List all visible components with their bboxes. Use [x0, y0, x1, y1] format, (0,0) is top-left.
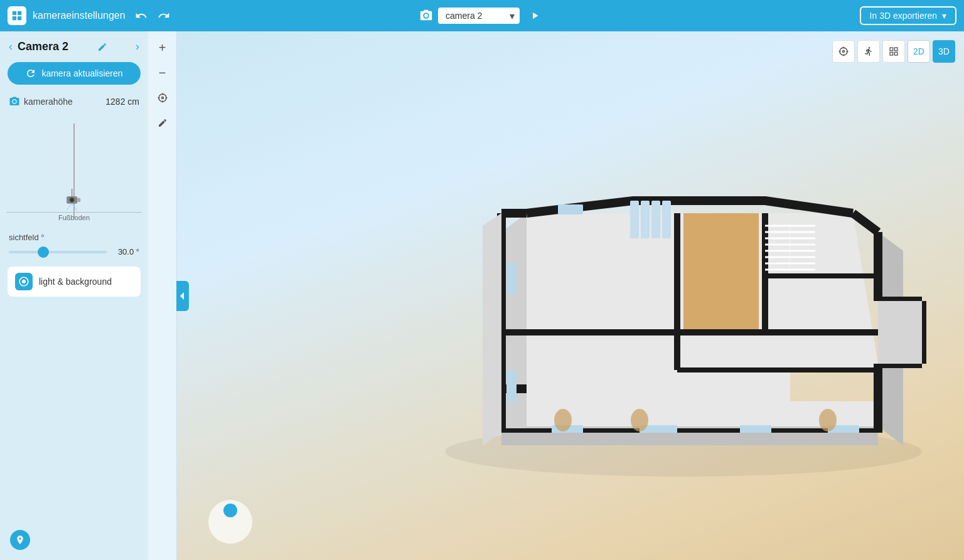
light-background-label: light & background	[39, 277, 112, 287]
view-3d-button[interactable]: 3D	[933, 40, 955, 63]
target-button[interactable]	[151, 87, 174, 109]
camera-height-value: 1282 cm	[105, 97, 139, 107]
camera-height-label-group: kamerahöhe	[9, 96, 73, 107]
light-background-button[interactable]: light & background	[8, 267, 141, 297]
sichtfeld-slider[interactable]	[9, 251, 107, 253]
svg-line-34	[853, 213, 878, 232]
svg-point-13	[161, 97, 163, 99]
forward-button[interactable]: ›	[136, 40, 139, 53]
app-title: kameraeinstellungen	[33, 10, 126, 21]
main-3d-view: 2D 3D	[177, 31, 964, 560]
svg-line-7	[67, 204, 72, 210]
svg-rect-24	[890, 48, 893, 51]
floor-line	[6, 212, 142, 213]
svg-rect-58	[651, 201, 660, 238]
svg-line-8	[72, 204, 78, 210]
svg-point-6	[70, 198, 73, 201]
svg-rect-26	[890, 52, 893, 55]
view-2d-button[interactable]: 2D	[908, 40, 930, 63]
view-controls: 2D 3D	[832, 40, 955, 63]
undo-redo-group	[132, 6, 173, 25]
topbar-center: camera 1 camera 2 camera 3 ▾	[419, 6, 545, 26]
zoom-out-button[interactable]: −	[151, 61, 174, 84]
svg-marker-30	[683, 213, 759, 332]
camera-icon-button[interactable]	[419, 9, 433, 23]
chevron-down-icon: ▾	[942, 11, 946, 21]
svg-point-18	[840, 48, 847, 55]
2d-label: 2D	[913, 46, 924, 56]
svg-rect-25	[894, 48, 897, 51]
building-3d	[401, 63, 964, 502]
compass-rose	[208, 500, 259, 550]
3d-label: 3D	[938, 46, 950, 56]
floor-label: Fußboden	[58, 214, 90, 221]
svg-point-12	[159, 94, 166, 102]
svg-marker-74	[483, 213, 501, 445]
export-3d-button[interactable]: In 3D exportieren ▾	[860, 6, 956, 25]
svg-rect-2	[13, 16, 16, 20]
svg-rect-27	[894, 52, 897, 55]
orbit-view-button[interactable]	[832, 40, 855, 63]
svg-rect-49	[506, 263, 517, 295]
svg-point-19	[843, 51, 845, 53]
redo-button[interactable]	[154, 6, 173, 25]
svg-rect-55	[558, 204, 583, 214]
svg-point-70	[631, 409, 648, 431]
app-logo	[8, 6, 26, 25]
svg-point-11	[22, 280, 26, 283]
compass-north-dot	[223, 504, 237, 517]
vertical-toolbar: + −	[148, 31, 177, 560]
svg-rect-56	[630, 201, 639, 238]
building-svg	[401, 63, 964, 489]
edit-camera-button[interactable]	[97, 42, 107, 52]
sichtfeld-value: 30.0 °	[112, 247, 139, 256]
frame-view-button[interactable]	[882, 40, 905, 63]
svg-point-71	[819, 409, 837, 431]
svg-marker-72	[878, 301, 922, 364]
back-button[interactable]: ‹	[9, 40, 13, 53]
export-label: In 3D exportieren	[870, 11, 937, 21]
camera-3d-icon	[63, 189, 85, 213]
slider-row: 30.0 °	[0, 245, 148, 263]
topbar: kameraeinstellungen camera 1 camera 2 ca…	[0, 0, 964, 31]
camera-select[interactable]: camera 1 camera 2 camera 3	[438, 8, 520, 24]
svg-rect-1	[18, 11, 21, 15]
sidebar-header: ‹ Camera 2 ›	[0, 31, 148, 60]
collapse-sidebar-button[interactable]	[176, 281, 189, 311]
walk-view-button[interactable]	[857, 40, 880, 63]
svg-rect-59	[662, 201, 671, 238]
zoom-in-button[interactable]: +	[151, 36, 174, 59]
camera-title: Camera 2	[18, 40, 68, 53]
camera-height-row: kamerahöhe 1282 cm	[0, 92, 148, 111]
svg-marker-73	[501, 433, 878, 445]
camera-visualization: Fußboden	[0, 111, 148, 230]
svg-rect-57	[641, 201, 650, 238]
svg-rect-0	[13, 11, 16, 15]
undo-button[interactable]	[132, 6, 151, 25]
sichtfeld-label: sichtfeld °	[0, 230, 148, 245]
svg-point-69	[554, 409, 572, 431]
sidebar-header-left: ‹ Camera 2	[9, 40, 68, 53]
svg-rect-10	[77, 198, 80, 202]
svg-rect-50	[506, 370, 517, 401]
compass-circle	[208, 500, 252, 544]
light-bg-icon	[15, 273, 33, 290]
main-layout: ‹ Camera 2 › kamera aktualisieren kamera…	[0, 31, 964, 560]
camera-select-wrapper: camera 1 camera 2 camera 3 ▾	[438, 8, 520, 24]
camera-height-label: kamerahöhe	[24, 97, 73, 107]
edit-tool-button[interactable]	[151, 112, 174, 134]
play-button[interactable]	[525, 6, 545, 26]
sidebar: ‹ Camera 2 › kamera aktualisieren kamera…	[0, 31, 148, 560]
svg-rect-3	[18, 16, 21, 20]
update-camera-button[interactable]: kamera aktualisieren	[8, 62, 141, 85]
location-pin-button[interactable]	[10, 530, 30, 550]
update-camera-label: kamera aktualisieren	[41, 68, 122, 78]
